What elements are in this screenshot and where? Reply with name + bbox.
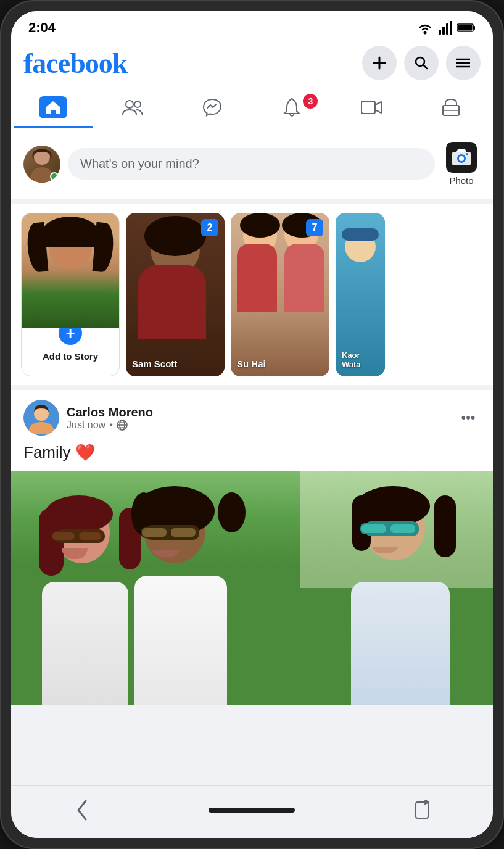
nav-home[interactable] — [14, 89, 93, 128]
photo-button[interactable]: Photo — [442, 138, 481, 189]
bottom-nav — [11, 785, 493, 838]
add-story-card[interactable]: + Add to Story — [21, 213, 120, 376]
nav-marketplace[interactable] — [411, 91, 490, 126]
post-carlos: Carlos Moreno Just now • — [11, 390, 493, 705]
stories-section: + Add to Story 2 Sam Scott — [11, 204, 493, 390]
signal-icon — [439, 21, 452, 35]
rotate-icon — [413, 799, 431, 821]
rotate-button[interactable] — [407, 795, 437, 826]
post-time-dot: • — [109, 420, 113, 431]
phone-screen: 2:04 — [11, 11, 493, 838]
back-arrow-icon — [76, 799, 88, 821]
globe-icon — [117, 420, 128, 431]
video-icon — [361, 99, 382, 116]
search-button[interactable] — [404, 46, 439, 80]
hamburger-icon — [456, 58, 470, 68]
status-bar: 2:04 — [11, 11, 493, 41]
online-indicator — [50, 172, 59, 181]
status-time: 2:04 — [28, 20, 56, 36]
svg-rect-6 — [473, 26, 475, 30]
svg-rect-1 — [439, 30, 441, 35]
menu-button[interactable] — [446, 46, 481, 80]
post-avatar-image — [23, 400, 59, 436]
friends-icon — [122, 99, 144, 116]
add-story-label: Add to Story — [43, 351, 98, 362]
nav-messenger[interactable] — [173, 91, 252, 126]
svg-point-15 — [126, 101, 133, 108]
post-composer: What's on your mind? Photo — [11, 128, 493, 204]
marketplace-icon — [442, 98, 460, 117]
svg-point-16 — [134, 101, 141, 107]
svg-point-24 — [466, 153, 468, 155]
bell-icon — [283, 97, 300, 117]
post-avatar — [23, 400, 59, 436]
nav-bar: 3 — [11, 89, 493, 128]
post-header: Carlos Moreno Just now • — [11, 390, 493, 443]
story-count-2: 2 — [201, 219, 218, 236]
story-name-sam: Sam Scott — [132, 358, 218, 369]
story-kaor-wata[interactable]: Kaor Wata — [336, 213, 385, 376]
phone-frame: 2:04 — [0, 0, 504, 849]
post-meta: Carlos Moreno Just now • — [67, 405, 448, 431]
svg-rect-2 — [442, 27, 445, 35]
composer-avatar — [23, 146, 60, 183]
nav-friends[interactable] — [93, 91, 173, 125]
plus-icon — [373, 56, 386, 70]
post-author: Carlos Moreno — [67, 405, 448, 420]
facebook-logo: facebook — [23, 47, 127, 80]
story-name-kaor: Kaor Wata — [342, 350, 379, 369]
svg-rect-32 — [416, 802, 428, 818]
notification-badge: 3 — [303, 94, 318, 109]
messenger-icon — [202, 98, 222, 117]
post-time-text: Just now — [67, 420, 105, 431]
more-options-button[interactable]: ••• — [456, 405, 481, 430]
content-area: What's on your mind? Photo — [11, 128, 493, 785]
story-count-7: 7 — [306, 219, 323, 236]
post-content: Family ❤️ — [11, 443, 493, 471]
post-time: Just now • — [67, 420, 448, 431]
nav-video[interactable] — [331, 91, 411, 125]
photo-label: Photo — [449, 175, 473, 186]
post-image — [11, 471, 493, 705]
add-story-bottom: + Add to Story — [22, 328, 119, 367]
svg-rect-4 — [450, 21, 452, 35]
svg-point-0 — [424, 31, 427, 35]
composer-input[interactable]: What's on your mind? — [68, 148, 435, 180]
home-indicator[interactable] — [209, 808, 295, 813]
photo-icon — [452, 149, 471, 166]
story-su-hai[interactable]: 7 Su Hai — [231, 213, 329, 376]
wifi-icon — [416, 21, 434, 35]
header-actions — [362, 46, 481, 80]
svg-line-11 — [423, 65, 427, 68]
add-button[interactable] — [362, 46, 397, 80]
story-name-su: Su Hai — [237, 358, 323, 369]
photo-icon-box — [446, 142, 477, 173]
header: facebook — [11, 41, 493, 89]
carlos-avatar-svg — [23, 400, 59, 436]
status-icons — [416, 21, 476, 35]
story-sam-scott[interactable]: 2 Sam Scott — [126, 213, 225, 376]
battery-icon — [457, 23, 476, 33]
home-icon — [45, 100, 61, 115]
search-icon — [415, 56, 428, 70]
svg-rect-3 — [446, 23, 448, 35]
stories-scroll: + Add to Story 2 Sam Scott — [11, 213, 493, 376]
svg-rect-17 — [361, 101, 375, 114]
back-button[interactable] — [67, 795, 97, 826]
svg-rect-7 — [458, 25, 473, 31]
svg-point-23 — [459, 156, 464, 161]
nav-notifications[interactable]: 3 — [252, 90, 331, 126]
